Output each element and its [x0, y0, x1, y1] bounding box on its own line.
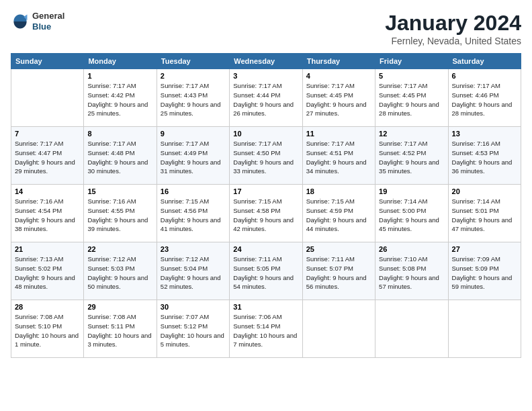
day-info: Sunrise: 7:11 AMSunset: 5:05 PMDaylight:… — [233, 255, 298, 291]
day-number: 7 — [15, 130, 80, 138]
day-info: Sunrise: 7:12 AMSunset: 5:04 PMDaylight:… — [161, 255, 226, 291]
day-info: Sunrise: 7:17 AMSunset: 4:49 PMDaylight:… — [161, 139, 226, 176]
day-info: Sunrise: 7:06 AMSunset: 5:14 PMDaylight:… — [233, 312, 298, 349]
day-number: 31 — [233, 303, 298, 311]
day-cell: 16Sunrise: 7:15 AMSunset: 4:56 PMDayligh… — [157, 185, 229, 242]
day-cell: 15Sunrise: 7:16 AMSunset: 4:55 PMDayligh… — [84, 185, 157, 242]
day-number: 5 — [379, 72, 444, 80]
day-cell: 26Sunrise: 7:10 AMSunset: 5:08 PMDayligh… — [375, 242, 448, 300]
day-cell: 11Sunrise: 7:17 AMSunset: 4:51 PMDayligh… — [302, 127, 375, 185]
day-cell: 21Sunrise: 7:13 AMSunset: 5:02 PMDayligh… — [11, 242, 84, 300]
day-info: Sunrise: 7:17 AMSunset: 4:44 PMDaylight:… — [233, 81, 298, 118]
day-cell — [11, 69, 84, 127]
location: Fernley, Nevada, United States — [385, 36, 521, 46]
logo-general: General — [32, 11, 64, 21]
day-info: Sunrise: 7:10 AMSunset: 5:08 PMDaylight:… — [379, 255, 444, 291]
header-tuesday: Tuesday — [157, 54, 229, 69]
day-info: Sunrise: 7:17 AMSunset: 4:46 PMDaylight:… — [452, 81, 517, 118]
day-number: 20 — [452, 187, 517, 195]
day-cell — [375, 300, 448, 358]
day-cell: 10Sunrise: 7:17 AMSunset: 4:50 PMDayligh… — [230, 127, 302, 185]
header-monday: Monday — [84, 54, 157, 69]
day-number: 6 — [452, 72, 517, 80]
header-friday: Friday — [375, 54, 448, 69]
day-info: Sunrise: 7:17 AMSunset: 4:45 PMDaylight:… — [379, 81, 444, 118]
day-number: 21 — [15, 245, 80, 253]
day-number: 2 — [161, 72, 226, 80]
day-cell: 5Sunrise: 7:17 AMSunset: 4:45 PMDaylight… — [375, 69, 448, 127]
day-info: Sunrise: 7:17 AMSunset: 4:43 PMDaylight:… — [161, 81, 226, 118]
page-header: General Blue January 2024 Fernley, Nevad… — [11, 11, 521, 46]
day-info: Sunrise: 7:17 AMSunset: 4:45 PMDaylight:… — [306, 81, 371, 118]
day-info: Sunrise: 7:08 AMSunset: 5:10 PMDaylight:… — [15, 312, 80, 349]
day-number: 23 — [161, 245, 226, 253]
day-cell: 19Sunrise: 7:14 AMSunset: 5:00 PMDayligh… — [375, 185, 448, 242]
day-info: Sunrise: 7:17 AMSunset: 4:51 PMDaylight:… — [306, 139, 371, 176]
day-info: Sunrise: 7:17 AMSunset: 4:48 PMDaylight:… — [87, 139, 152, 176]
day-cell: 13Sunrise: 7:16 AMSunset: 4:53 PMDayligh… — [448, 127, 521, 185]
page-container: General Blue January 2024 Fernley, Nevad… — [0, 0, 532, 365]
day-number: 29 — [87, 303, 152, 311]
day-cell: 18Sunrise: 7:15 AMSunset: 4:59 PMDayligh… — [302, 185, 375, 242]
day-cell: 28Sunrise: 7:08 AMSunset: 5:10 PMDayligh… — [11, 300, 84, 358]
day-cell: 14Sunrise: 7:16 AMSunset: 4:54 PMDayligh… — [11, 185, 84, 242]
day-info: Sunrise: 7:16 AMSunset: 4:55 PMDaylight:… — [87, 197, 152, 234]
day-info: Sunrise: 7:15 AMSunset: 4:58 PMDaylight:… — [233, 197, 298, 234]
day-info: Sunrise: 7:07 AMSunset: 5:12 PMDaylight:… — [161, 312, 226, 349]
day-info: Sunrise: 7:13 AMSunset: 5:02 PMDaylight:… — [15, 255, 80, 291]
day-number: 18 — [306, 187, 371, 195]
day-cell: 7Sunrise: 7:17 AMSunset: 4:47 PMDaylight… — [11, 127, 84, 185]
day-cell: 25Sunrise: 7:11 AMSunset: 5:07 PMDayligh… — [302, 242, 375, 300]
day-number: 4 — [306, 72, 371, 80]
logo-text: General Blue — [32, 11, 64, 32]
day-cell: 3Sunrise: 7:17 AMSunset: 4:44 PMDaylight… — [230, 69, 302, 127]
week-row-1: 7Sunrise: 7:17 AMSunset: 4:47 PMDaylight… — [11, 127, 521, 185]
day-number: 27 — [452, 245, 517, 253]
header-wednesday: Wednesday — [230, 54, 302, 69]
month-title: January 2024 — [385, 11, 521, 36]
week-row-2: 14Sunrise: 7:16 AMSunset: 4:54 PMDayligh… — [11, 185, 521, 242]
logo-icon — [11, 12, 30, 31]
day-cell: 31Sunrise: 7:06 AMSunset: 5:14 PMDayligh… — [230, 300, 302, 358]
day-number: 30 — [161, 303, 226, 311]
day-cell: 8Sunrise: 7:17 AMSunset: 4:48 PMDaylight… — [84, 127, 157, 185]
day-cell: 20Sunrise: 7:14 AMSunset: 5:01 PMDayligh… — [448, 185, 521, 242]
day-number: 16 — [161, 187, 226, 195]
day-info: Sunrise: 7:15 AMSunset: 4:59 PMDaylight:… — [306, 197, 371, 234]
day-info: Sunrise: 7:14 AMSunset: 5:00 PMDaylight:… — [379, 197, 444, 234]
day-number: 10 — [233, 130, 298, 138]
day-number: 8 — [87, 130, 152, 138]
day-info: Sunrise: 7:11 AMSunset: 5:07 PMDaylight:… — [306, 255, 371, 291]
day-info: Sunrise: 7:08 AMSunset: 5:11 PMDaylight:… — [87, 312, 152, 349]
day-info: Sunrise: 7:16 AMSunset: 4:53 PMDaylight:… — [452, 139, 517, 176]
day-info: Sunrise: 7:15 AMSunset: 4:56 PMDaylight:… — [161, 197, 226, 234]
logo-blue: Blue — [32, 21, 64, 32]
day-cell: 23Sunrise: 7:12 AMSunset: 5:04 PMDayligh… — [157, 242, 229, 300]
day-number: 25 — [306, 245, 371, 253]
day-number: 28 — [15, 303, 80, 311]
day-number: 17 — [233, 187, 298, 195]
header-sunday: Sunday — [11, 54, 84, 69]
week-row-3: 21Sunrise: 7:13 AMSunset: 5:02 PMDayligh… — [11, 242, 521, 300]
day-number: 11 — [306, 130, 371, 138]
day-number: 9 — [161, 130, 226, 138]
calendar-table: SundayMondayTuesdayWednesdayThursdayFrid… — [11, 53, 521, 358]
day-number: 12 — [379, 130, 444, 138]
day-info: Sunrise: 7:17 AMSunset: 4:50 PMDaylight:… — [233, 139, 298, 176]
day-cell: 2Sunrise: 7:17 AMSunset: 4:43 PMDaylight… — [157, 69, 229, 127]
day-cell: 29Sunrise: 7:08 AMSunset: 5:11 PMDayligh… — [84, 300, 157, 358]
header-thursday: Thursday — [302, 54, 375, 69]
day-cell: 17Sunrise: 7:15 AMSunset: 4:58 PMDayligh… — [230, 185, 302, 242]
day-cell: 22Sunrise: 7:12 AMSunset: 5:03 PMDayligh… — [84, 242, 157, 300]
day-number: 14 — [15, 187, 80, 195]
day-info: Sunrise: 7:12 AMSunset: 5:03 PMDaylight:… — [87, 255, 152, 291]
day-info: Sunrise: 7:17 AMSunset: 4:42 PMDaylight:… — [87, 81, 152, 118]
day-cell: 4Sunrise: 7:17 AMSunset: 4:45 PMDaylight… — [302, 69, 375, 127]
day-number: 26 — [379, 245, 444, 253]
day-number: 22 — [87, 245, 152, 253]
day-number: 13 — [452, 130, 517, 138]
day-number: 15 — [87, 187, 152, 195]
calendar-header-row: SundayMondayTuesdayWednesdayThursdayFrid… — [11, 54, 521, 69]
week-row-0: 1Sunrise: 7:17 AMSunset: 4:42 PMDaylight… — [11, 69, 521, 127]
day-cell: 9Sunrise: 7:17 AMSunset: 4:49 PMDaylight… — [157, 127, 229, 185]
